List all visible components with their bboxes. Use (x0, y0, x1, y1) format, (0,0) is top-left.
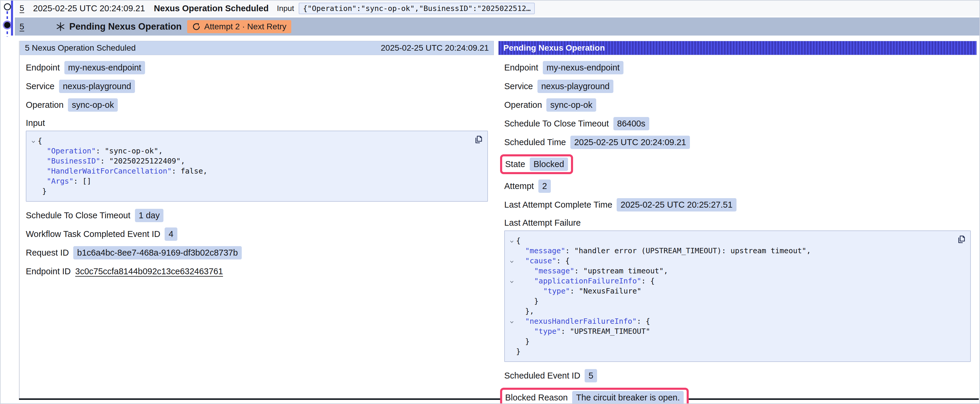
code-line: "Args": [] (29, 176, 466, 186)
code-content: }, (516, 306, 534, 316)
scheduled-panel-body: Endpointmy-nexus-endpointServicenexus-pl… (20, 55, 494, 278)
field-row-endpoint: Endpointmy-nexus-endpoint (504, 61, 971, 74)
field-label: Endpoint (504, 63, 538, 73)
code-gutter (29, 156, 38, 166)
field-label: Operation (504, 100, 542, 110)
collapse-chevron-icon[interactable] (507, 256, 516, 266)
event-history-view: 5 2025-02-25 UTC 20:24:09.21 Nexus Opera… (0, 0, 980, 404)
pending-panel-header: Pending Nexus Operation (498, 41, 977, 55)
code-line: "Operation": "sync-op-ok", (29, 146, 466, 156)
field-row-state: StateBlocked (504, 154, 971, 174)
input-json-code: {"Operation": "sync-op-ok","BusinessID":… (29, 136, 466, 196)
event-title: Nexus Operation Scheduled (154, 3, 269, 13)
field-value-service: nexus-playground (59, 80, 135, 93)
code-line: "message": "upstream timeout", (507, 266, 950, 276)
field-value-endpoint-id[interactable]: 3c0c75ccfa8144b092c13ce632463761 (75, 266, 223, 276)
field-label: Last Attempt Complete Time (504, 200, 612, 210)
highlight-box-blocked-reason: Blocked ReasonThe circuit breaker is ope… (500, 388, 689, 404)
event-rows: 5 2025-02-25 UTC 20:24:09.21 Nexus Opera… (15, 1, 979, 36)
failure-json-code: {"message": "handler error (UPSTREAM_TIM… (507, 236, 950, 356)
scheduled-panel-header: 5 Nexus Operation Scheduled 2025-02-25 U… (20, 41, 494, 55)
field-value-blocked-reason: The circuit breaker is open. (572, 391, 684, 404)
field-row-scheduled-event-id: Scheduled Event ID5 (504, 369, 971, 382)
field-row-service: Servicenexus-playground (504, 80, 971, 93)
timeline-node-open-icon (4, 3, 11, 10)
copy-icon[interactable] (473, 134, 484, 145)
pending-panel-title: Pending Nexus Operation (503, 43, 605, 53)
collapse-chevron-icon[interactable] (29, 136, 38, 146)
input-json-block: {"Operation": "sync-op-ok","BusinessID":… (26, 131, 488, 202)
timeline-node-current-icon (4, 22, 10, 28)
field-label: State (505, 159, 525, 169)
scheduled-panel-timestamp: 2025-02-25 UTC 20:24:09.21 (381, 43, 489, 53)
code-gutter (507, 326, 516, 336)
field-value-scheduled-time: 2025-02-25 UTC 20:24:09.21 (570, 136, 690, 149)
code-line: "type": "NexusFailure" (507, 286, 950, 296)
highlight-box-state: StateBlocked (500, 154, 573, 174)
code-line: } (507, 336, 950, 347)
field-row-blocked-reason: Blocked ReasonThe circuit breaker is ope… (504, 388, 971, 404)
code-content: "message": "upstream timeout", (516, 266, 668, 276)
field-label: Operation (26, 100, 64, 110)
code-gutter (507, 306, 516, 316)
scheduled-fields-bottom: Schedule To Close Timeout1 dayWorkflow T… (26, 209, 488, 278)
field-label: Schedule To Close Timeout (26, 211, 130, 220)
scheduled-event-panel: 5 Nexus Operation Scheduled 2025-02-25 U… (20, 41, 494, 399)
code-line: "BusinessID": "20250225122409", (29, 156, 466, 166)
copy-icon[interactable] (956, 234, 967, 245)
field-label: Endpoint ID (26, 266, 71, 276)
field-label: Service (504, 81, 533, 91)
pending-operation-icon (56, 22, 65, 32)
event-input-label: Input (277, 4, 294, 13)
code-content: "message": "handler error (UPSTREAM_TIME… (516, 246, 811, 256)
timeline-active-bar (11, 1, 13, 36)
pending-operation-row[interactable]: 5 Pending Nexus Operation (15, 17, 979, 36)
field-value-endpoint: my-nexus-endpoint (543, 61, 624, 74)
code-content: "BusinessID": "20250225122409", (38, 156, 185, 166)
field-value-schedule-to-close-timeout: 1 day (135, 209, 164, 222)
field-label: Endpoint (26, 63, 60, 73)
code-line: "HandlerWaitForCancellation": false, (29, 166, 466, 176)
field-row-last-attempt-failure: Last Attempt Failure (504, 217, 971, 229)
field-row-endpoint: Endpointmy-nexus-endpoint (26, 61, 488, 74)
event-details: 5 Nexus Operation Scheduled 2025-02-25 U… (19, 41, 977, 399)
field-value-scheduled-event-id: 5 (585, 369, 597, 382)
code-content: "cause": { (516, 256, 570, 266)
code-content: { (516, 236, 520, 246)
field-value-workflow-task-completed-event-id: 4 (165, 228, 177, 241)
code-content: } (516, 347, 520, 356)
code-content: { (38, 136, 42, 146)
field-label: Scheduled Time (504, 138, 566, 147)
event-row-scheduled[interactable]: 5 2025-02-25 UTC 20:24:09.21 Nexus Opera… (15, 1, 979, 16)
retry-icon (192, 22, 201, 31)
field-value-last-attempt-complete-time: 2025-02-25 UTC 20:25:27.51 (617, 198, 736, 211)
field-label: Schedule To Close Timeout (504, 119, 609, 128)
code-line: }, (507, 306, 950, 316)
field-row-schedule-to-close-timeout: Schedule To Close Timeout1 day (26, 209, 488, 222)
code-gutter (507, 296, 516, 306)
field-label: Service (26, 81, 54, 91)
field-row-request-id: Request IDb1c6a4bc-8ee7-468a-9169-df3b02… (26, 246, 488, 260)
field-row-service: Servicenexus-playground (26, 80, 488, 93)
scheduled-fields-top: Endpointmy-nexus-endpointServicenexus-pl… (26, 61, 488, 112)
collapse-chevron-icon[interactable] (507, 276, 516, 286)
code-gutter (29, 176, 38, 186)
field-label: Scheduled Event ID (504, 371, 580, 380)
code-line: "type": "UPSTREAM_TIMEOUT" (507, 326, 950, 336)
code-line: { (507, 236, 950, 246)
code-line: } (29, 186, 466, 196)
code-content: } (516, 296, 539, 306)
code-line: "cause": { (507, 256, 950, 266)
collapse-chevron-icon[interactable] (507, 316, 516, 326)
event-id-link[interactable]: 5 (19, 3, 24, 13)
event-id-link[interactable]: 5 (19, 22, 24, 32)
collapse-chevron-icon[interactable] (507, 236, 516, 246)
field-value-attempt: 2 (538, 179, 551, 193)
field-value-schedule-to-close-timeout: 86400s (613, 117, 649, 130)
field-label: Last Attempt Failure (504, 218, 581, 228)
field-label: Blocked Reason (505, 393, 568, 402)
code-content: "Operation": "sync-op-ok", (38, 146, 163, 156)
failure-json-block: {"message": "handler error (UPSTREAM_TIM… (504, 230, 971, 362)
field-label: Attempt (504, 181, 534, 191)
field-row-input: Input (26, 117, 488, 129)
